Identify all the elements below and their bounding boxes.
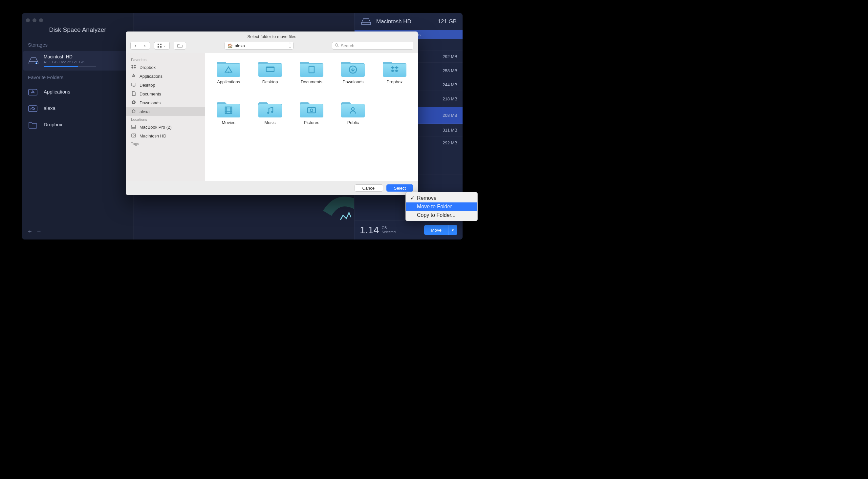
folder-label: Applications — [217, 79, 240, 84]
favorite-item[interactable]: Applications — [22, 83, 133, 100]
apps-icon — [131, 73, 136, 79]
finder-sidebar-label: Downloads — [140, 100, 160, 105]
finder-sidebar-item[interactable]: Dropbox — [126, 63, 205, 72]
context-menu-item[interactable]: Move to Folder... — [406, 202, 477, 211]
favorites-label: Favorite Folders — [22, 70, 133, 83]
disk-name: Macintosh HD — [376, 19, 433, 25]
context-menu-label: Move to Folder... — [417, 204, 456, 210]
finder-sidebar-label: Macintosh HD — [140, 133, 166, 138]
folder-icon — [217, 59, 240, 77]
svg-point-19 — [133, 135, 134, 136]
context-menu-item[interactable]: Copy to Folder... — [406, 211, 477, 220]
folder-label: Dropbox — [386, 79, 402, 84]
context-menu-item[interactable]: ✓Remove — [406, 194, 477, 202]
folder-icon — [258, 100, 282, 118]
svg-rect-4 — [29, 106, 37, 111]
file-size: 292 MB — [442, 54, 457, 59]
left-sidebar: Disk Space Analyzer Storages Macintosh H… — [22, 13, 134, 240]
folder-icon — [258, 59, 282, 77]
home-icon: 🏠 — [227, 43, 233, 48]
storage-item[interactable]: Macintosh HD 41.1 GB Free of 121 GB — [23, 51, 132, 70]
finder-sidebar-item[interactable]: MacBook Pro (2) — [126, 123, 205, 132]
right-header: Macintosh HD 121 GB — [354, 13, 463, 30]
right-footer: 1.14 GB Selected Move ▾ — [354, 220, 463, 240]
svg-rect-13 — [160, 46, 161, 47]
folder-item[interactable]: Documents — [291, 59, 332, 98]
new-folder-button[interactable] — [174, 42, 186, 50]
svg-point-27 — [271, 111, 273, 113]
folder-item[interactable]: Pictures — [291, 100, 332, 139]
zoom-dot[interactable] — [39, 19, 43, 22]
disk-icon — [131, 133, 136, 139]
select-button[interactable]: Select — [386, 184, 413, 192]
folder-icon — [300, 100, 323, 118]
folder-item[interactable]: Public — [333, 100, 373, 139]
move-button-caret-icon[interactable]: ▾ — [448, 225, 457, 235]
finder-sidebar-label: Applications — [140, 74, 162, 79]
file-size: 208 MB — [442, 113, 457, 118]
sidebar-tools: + − — [22, 224, 133, 240]
file-size: 292 MB — [442, 140, 457, 145]
remove-icon[interactable]: − — [37, 228, 41, 235]
svg-rect-12 — [158, 46, 159, 47]
svg-point-20 — [228, 71, 229, 73]
folder-icon — [383, 59, 406, 77]
laptop-icon — [131, 124, 136, 130]
favorite-label: Dropbox — [44, 122, 62, 127]
home-icon — [131, 109, 136, 115]
svg-rect-5 — [362, 22, 371, 25]
finder-sidebar-item[interactable]: Macintosh HD — [126, 132, 205, 140]
folder-item[interactable]: Downloads — [333, 59, 373, 98]
folder-label: Desktop — [262, 79, 278, 84]
move-button[interactable]: Move ▾ — [424, 225, 457, 235]
add-icon[interactable]: + — [28, 228, 32, 235]
folder-item[interactable]: Music — [250, 100, 290, 139]
folder-item[interactable]: Movies — [209, 100, 249, 139]
folder-icon — [217, 100, 240, 118]
cancel-button[interactable]: Cancel — [354, 184, 383, 192]
disk-icon — [361, 18, 372, 26]
disk-size: 121 GB — [438, 19, 457, 25]
finder-sidebar-item[interactable]: Documents — [126, 90, 205, 98]
svg-point-26 — [267, 112, 269, 114]
search-field[interactable]: Search — [332, 42, 413, 50]
file-size: 311 MB — [442, 128, 457, 132]
dialog-footer: Cancel Select — [126, 181, 418, 195]
folder-item[interactable]: Desktop — [250, 59, 290, 98]
forward-button[interactable]: › — [140, 42, 150, 50]
path-dropdown[interactable]: 🏠 alexa ⌃⌄ — [224, 42, 293, 50]
view-mode-button[interactable]: ⌄ — [154, 42, 170, 50]
folder-label: Documents — [301, 79, 322, 84]
file-size: 258 MB — [442, 68, 457, 73]
desktop-icon — [131, 82, 136, 88]
back-button[interactable]: ‹ — [130, 42, 140, 50]
locations-header: Locations — [126, 116, 205, 123]
favorite-label: Applications — [44, 89, 70, 95]
applications-icon — [28, 87, 38, 96]
finder-sidebar-item[interactable]: Applications — [126, 72, 205, 81]
move-button-label: Move — [424, 225, 448, 235]
finder-sidebar-item[interactable]: Desktop — [126, 81, 205, 90]
folder-picker-dialog: Select folder to move files ‹ › ⌄ 🏠 alex… — [126, 32, 418, 195]
folder-icon — [300, 59, 323, 77]
svg-rect-22 — [266, 67, 274, 68]
folder-label: Downloads — [342, 79, 364, 84]
finder-sidebar-item[interactable]: alexa — [126, 107, 205, 116]
close-dot[interactable] — [26, 19, 30, 22]
minimize-dot[interactable] — [32, 19, 36, 22]
folder-item[interactable]: Applications — [209, 59, 249, 98]
dialog-toolbar: ‹ › ⌄ 🏠 alexa ⌃⌄ Search — [126, 40, 418, 53]
storages-label: Storages — [22, 38, 133, 51]
documents-icon — [131, 91, 136, 97]
folder-grid: Applications Desktop Documents Downloads… — [205, 53, 418, 181]
chevron-updown-icon: ⌃⌄ — [288, 42, 291, 49]
folder-item[interactable]: Dropbox — [375, 59, 415, 98]
favorite-label: alexa — [44, 105, 56, 111]
svg-rect-10 — [158, 44, 159, 45]
file-size: 244 MB — [442, 82, 457, 87]
finder-sidebar-item[interactable]: Downloads — [126, 98, 205, 107]
svg-point-14 — [335, 44, 338, 46]
favorite-item[interactable]: alexa — [22, 100, 133, 116]
file-size: 218 MB — [442, 96, 457, 101]
favorite-item[interactable]: Dropbox — [22, 116, 133, 132]
